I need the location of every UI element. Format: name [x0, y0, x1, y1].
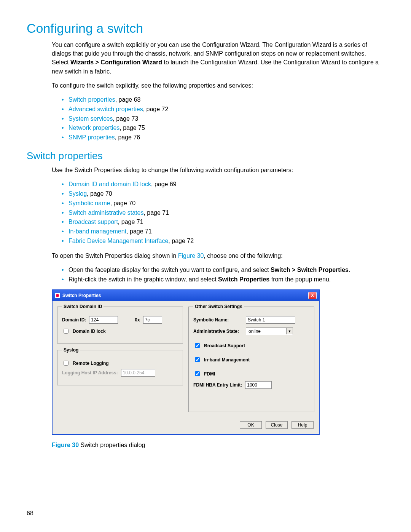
- page-number: 68: [27, 510, 33, 517]
- link-broadcast-support[interactable]: Broadcast support: [68, 219, 118, 225]
- link-page-ref: , page 70: [87, 190, 112, 197]
- domain-id-lock-label: Domain ID lock: [73, 329, 106, 334]
- step-bold-menu: Switch Properties: [218, 276, 269, 283]
- link-fdmi[interactable]: Fabric Device Management Interface: [68, 238, 168, 244]
- link-page-ref: , page 70: [110, 200, 135, 206]
- link-page-ref: , page 72: [143, 106, 169, 112]
- list-item: Network properties, page 75: [62, 123, 384, 133]
- domain-id-hex-input[interactable]: [143, 316, 162, 324]
- domain-id-input[interactable]: [89, 316, 118, 324]
- intro-bold-menu-path: Wizards > Configuration Wizard: [70, 59, 162, 66]
- other-settings-legend: Other Switch Settings: [193, 304, 244, 309]
- list-item: In-band management, page 71: [62, 227, 384, 236]
- help-button[interactable]: Help: [292, 421, 314, 429]
- admin-state-select[interactable]: online: [246, 328, 293, 335]
- link-page-ref: , page 71: [126, 228, 152, 235]
- broadcast-support-checkbox[interactable]: [195, 343, 200, 348]
- link-figure-30[interactable]: Figure 30: [178, 252, 204, 259]
- broadcast-support-label: Broadcast Support: [204, 343, 245, 348]
- intro-block: You can configure a switch explicitly or…: [52, 40, 384, 142]
- link-page-ref: , page 72: [168, 238, 194, 244]
- remote-logging-checkbox[interactable]: [64, 361, 68, 366]
- link-snmp-properties[interactable]: SNMP properties: [68, 134, 115, 141]
- inband-management-checkbox[interactable]: [195, 357, 200, 362]
- link-page-ref: , page 68: [115, 96, 141, 103]
- list-item: Symbolic name, page 70: [62, 199, 384, 208]
- figure-text: Switch properties dialog: [79, 442, 145, 448]
- domain-id-legend: Switch Domain ID: [62, 304, 104, 309]
- list-item: Advanced switch properties, page 72: [62, 105, 384, 114]
- link-system-services[interactable]: System services: [68, 115, 113, 122]
- app-icon: [55, 293, 60, 298]
- link-page-ref: , page 71: [118, 219, 143, 225]
- inband-management-label: In-band Management: [204, 357, 250, 363]
- fdmi-label: FDMI: [204, 371, 215, 377]
- fdmi-entry-limit-label: FDMI HBA Entry Limit:: [193, 382, 242, 388]
- link-page-ref: , page 73: [113, 115, 138, 122]
- list-item: Open the faceplate display for the switc…: [62, 265, 384, 275]
- admin-state-value: online: [246, 329, 286, 334]
- open-steps-list: Open the faceplate display for the switc…: [62, 265, 384, 284]
- admin-state-label: Administrative State:: [193, 329, 243, 334]
- symbolic-name-label: Symbolic Name:: [193, 317, 243, 323]
- remote-logging-label: Remote Logging: [73, 361, 109, 366]
- chevron-down-icon[interactable]: [286, 328, 293, 334]
- properties-link-list: Switch properties, page 68 Advanced swit…: [62, 95, 384, 142]
- link-symbolic-name[interactable]: Symbolic name: [68, 200, 110, 206]
- close-icon[interactable]: X: [308, 292, 317, 299]
- fdmi-checkbox[interactable]: [195, 371, 200, 376]
- syslog-legend: Syslog: [62, 347, 80, 353]
- intro-paragraph: You can configure a switch explicitly or…: [52, 40, 384, 76]
- logging-host-ip-label: Logging Host IP Address:: [62, 370, 118, 375]
- dialog-title: Switch Properties: [62, 293, 101, 298]
- link-advanced-switch-properties[interactable]: Advanced switch properties: [68, 106, 143, 112]
- link-inband-management[interactable]: In-band management: [68, 228, 126, 235]
- step-bold-menu: Switch > Switch Properties: [271, 267, 349, 273]
- list-item: Syslog, page 70: [62, 189, 384, 199]
- link-admin-states[interactable]: Switch administrative states: [68, 209, 143, 216]
- symbolic-name-input[interactable]: [246, 316, 295, 324]
- open-text-a: To open the Switch Properties dialog sho…: [52, 252, 178, 259]
- syslog-group: Syslog Remote Logging Logging Host IP Ad…: [57, 347, 183, 385]
- domain-id-lock-checkbox[interactable]: [64, 329, 68, 334]
- section-title-switch-properties: Switch properties: [27, 150, 384, 162]
- open-text-b: , choose one of the following:: [204, 252, 282, 259]
- other-switch-settings-group: Other Switch Settings Symbolic Name: Adm…: [188, 304, 314, 412]
- hex-prefix-label: 0x: [135, 317, 140, 323]
- intro-paragraph-2: To configure the switch explicitly, see …: [52, 81, 384, 90]
- link-network-properties[interactable]: Network properties: [68, 125, 119, 131]
- link-page-ref: , page 75: [119, 125, 145, 131]
- page-title: Configuring a switch: [27, 21, 384, 36]
- link-syslog[interactable]: Syslog: [68, 190, 87, 197]
- step-text: Right-click the switch in the graphic wi…: [68, 276, 218, 283]
- switch-domain-id-group: Switch Domain ID Domain ID: 0x Domain ID…: [57, 304, 183, 343]
- figure-caption: Figure 30 Switch properties dialog: [52, 442, 384, 449]
- list-item: Switch administrative states, page 71: [62, 208, 384, 218]
- sp-intro: Use the Switch Properties dialog to chan…: [52, 166, 384, 174]
- switch-properties-dialog: Switch Properties X Switch Domain ID Dom…: [52, 289, 320, 435]
- list-item: System services, page 73: [62, 114, 384, 124]
- list-item: Right-click the switch in the graphic wi…: [62, 275, 384, 284]
- ok-button[interactable]: OK: [240, 421, 262, 429]
- logging-host-ip-input: [121, 369, 155, 377]
- link-switch-properties[interactable]: Switch properties: [68, 96, 115, 103]
- switch-properties-block: Use the Switch Properties dialog to chan…: [52, 166, 384, 284]
- step-text: from the popup menu.: [269, 276, 331, 283]
- dialog-button-row: OK Close Help: [53, 421, 319, 434]
- close-button[interactable]: Close: [266, 421, 288, 429]
- open-dialog-paragraph: To open the Switch Properties dialog sho…: [52, 251, 384, 260]
- list-item: Broadcast support, page 71: [62, 217, 384, 227]
- step-text: .: [349, 267, 350, 273]
- list-item: Domain ID and domain ID lock, page 69: [62, 180, 384, 189]
- link-domain-id[interactable]: Domain ID and domain ID lock: [68, 181, 151, 187]
- link-page-ref: , page 71: [143, 209, 169, 216]
- link-page-ref: , page 76: [115, 134, 140, 141]
- fdmi-entry-limit-input[interactable]: [245, 381, 272, 389]
- link-page-ref: , page 69: [151, 181, 177, 187]
- step-text: Open the faceplate display for the switc…: [68, 267, 271, 273]
- list-item: Fabric Device Management Interface, page…: [62, 236, 384, 246]
- sp-link-list: Domain ID and domain ID lock, page 69 Sy…: [62, 180, 384, 246]
- dialog-titlebar: Switch Properties X: [53, 290, 319, 301]
- list-item: SNMP properties, page 76: [62, 133, 384, 142]
- figure-number: Figure 30: [52, 442, 79, 448]
